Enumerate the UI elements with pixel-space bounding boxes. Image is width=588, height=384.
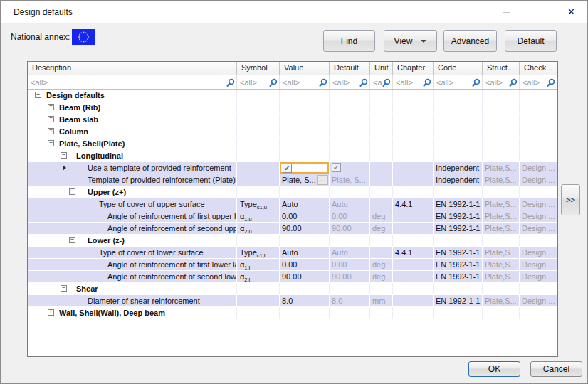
filter-cell-check[interactable]: <all> [520,75,557,89]
struct-text: Plate,S... [483,164,517,172]
expander-minus-icon[interactable]: − [48,140,54,146]
close-button[interactable]: ✕ [555,1,587,23]
table-row[interactable]: +Wall, Shell(Wall), Deep beam [28,307,557,319]
maximize-button[interactable] [523,1,555,23]
filter-cell-unit[interactable]: <all> [370,75,393,89]
code-text: EN 1992-1-1 [434,212,480,220]
expander-plus-icon[interactable]: + [48,128,54,134]
table-row[interactable]: +Beam (Rib) [28,102,557,114]
expander-minus-icon[interactable]: − [61,285,67,292]
value-cell-editor [280,162,329,174]
ok-button[interactable]: OK [468,361,520,377]
expand-panel-button[interactable]: >> [561,184,580,215]
unit-text: mm [370,297,385,305]
symbol-subscript: c1,l [257,252,266,258]
default-text: Plate, S... [330,176,366,184]
expander-minus-icon[interactable]: − [69,237,75,243]
national-annex-label: National annex: [11,29,70,45]
column-header-value[interactable]: Value [280,62,330,75]
expand-panel-label: >> [566,196,575,204]
table-row[interactable]: Use a template of provided reinforcement… [28,162,557,174]
table-row[interactable]: −Plate, Shell(Plate) [28,138,557,150]
filter-search-icon[interactable] [268,78,278,87]
filter-cell-desc[interactable]: <all> [28,75,237,89]
struct-text: Plate,S... [483,248,517,257]
unit-text: deg [370,260,385,269]
column-header-desc[interactable]: Description [28,62,237,75]
column-header-check[interactable]: Check... [520,62,557,75]
expander-plus-icon[interactable]: + [48,309,54,316]
table-row[interactable]: Angle of reinforcement of second upper l… [28,223,557,235]
table-row[interactable]: Type of cover of lower surfaceTypec1,lAu… [28,247,557,259]
symbol-subscript: 1,l [244,265,250,270]
ok-button-label: OK [488,364,500,374]
close-icon: ✕ [567,1,575,23]
grid-header-row: DescriptionSymbolValueDefaultUnitChapter… [28,62,557,75]
table-row[interactable]: +Beam slab [28,114,557,126]
expander-minus-icon[interactable]: − [61,152,67,159]
default-button-label: Default [517,36,544,46]
expander-minus-icon[interactable]: − [35,92,41,98]
table-row[interactable]: −Lower (z-) [28,235,557,247]
find-button[interactable]: Find [323,30,375,52]
expander-plus-icon[interactable]: + [48,116,54,122]
code-text: EN 1992-1-1 [434,260,480,269]
filter-cell-struct[interactable]: <all> [483,75,520,89]
table-row[interactable]: Angle of reinforcement of first upper la… [28,210,557,223]
column-header-struct[interactable]: Struct... [483,62,520,75]
table-row[interactable]: −Shear [28,283,557,295]
view-button[interactable]: View [384,30,437,52]
column-header-code[interactable]: Code [434,62,483,75]
filter-cell-code[interactable]: <all> [434,75,483,89]
description-label: Shear [76,283,98,294]
column-header-symbol[interactable]: Symbol [237,62,280,75]
value-text: 0.00 [280,260,297,269]
filter-cell-def[interactable]: <all> [330,75,370,89]
eu-flag-icon[interactable] [72,29,95,45]
table-row[interactable]: +Column [28,126,557,138]
column-header-chapter[interactable]: Chapter [393,62,434,75]
filter-cell-symbol[interactable]: <all> [237,75,280,89]
filter-search-icon[interactable] [471,78,481,87]
column-header-def[interactable]: Default [330,62,370,75]
column-header-unit[interactable]: Unit [370,62,393,75]
filter-search-icon[interactable] [422,78,432,87]
filter-search-icon[interactable] [546,78,556,87]
titlebar: Design defaults ✕ [1,1,587,24]
table-row[interactable]: −Design defaults [28,90,557,102]
unit-text: deg [370,224,385,233]
expander-minus-icon[interactable]: − [69,188,75,195]
expander-plus-icon[interactable]: + [48,104,54,110]
column-header-label: Default [330,62,369,74]
default-button[interactable]: Default [505,30,557,52]
table-row[interactable]: −Longitudinal [28,150,557,162]
filter-search-icon[interactable] [226,78,236,87]
column-header-label: Check... [520,62,557,74]
filter-all-label: <all> [370,78,382,87]
check-text: Design ... [520,200,555,208]
value-text: 90.00 [280,224,302,233]
advanced-button[interactable]: Advanced [443,30,497,52]
filter-search-icon[interactable] [318,78,328,87]
minimize-icon [503,12,510,13]
symbol-label: α2,u [237,224,252,233]
check-text: Design ... [520,297,555,305]
filter-search-icon[interactable] [359,78,369,87]
filter-search-icon[interactable] [508,78,518,87]
description-label: Angle of reinforcement of first upper la… [107,210,237,222]
filter-cell-chapter[interactable]: <all> [393,75,434,89]
value-checkbox[interactable] [283,164,292,173]
grid-body: −Design defaults+Beam (Rib)+Beam slab+Co… [28,90,557,319]
table-row[interactable]: Angle of reinforcement of first lower la… [28,259,557,271]
filter-search-icon[interactable] [382,78,392,87]
filter-cell-value[interactable]: <all> [280,75,330,89]
filter-all-label: <all> [280,78,300,87]
table-row[interactable]: −Upper (z+) [28,186,557,198]
code-text: EN 1992-1-1 [434,224,480,233]
table-row[interactable]: Angle of reinforcement of second lower l… [28,271,557,283]
ellipsis-button[interactable]: ... [317,175,328,185]
table-row[interactable]: Type of cover of upper surfaceTypec1,uAu… [28,198,557,210]
table-row[interactable]: Template of provided reinforcement (Plat… [28,174,557,186]
cancel-button[interactable]: Cancel [530,361,582,377]
table-row[interactable]: Diameter of shear reinforcement8.08.0mmE… [28,295,557,307]
